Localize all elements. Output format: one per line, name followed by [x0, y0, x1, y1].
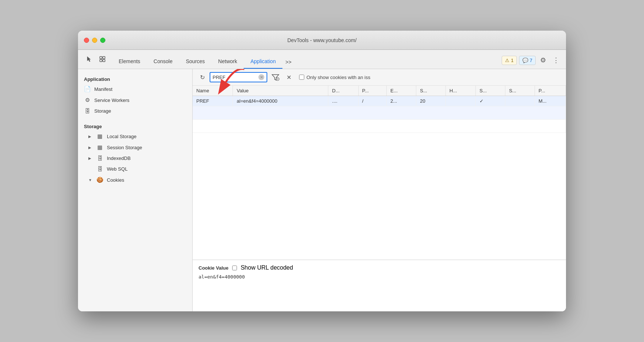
sidebar-item-indexeddb-label: IndexedDB [107, 155, 131, 161]
manifest-icon: 📄 [84, 86, 91, 92]
cell-domain: .... [328, 96, 358, 106]
cell-name: PREF [193, 96, 233, 106]
application-section-title: Application [78, 73, 192, 83]
svg-rect-2 [100, 59, 102, 62]
local-storage-arrow: ▶ [88, 134, 93, 138]
sidebar-item-manifest[interactable]: 📄 Manifest [78, 83, 192, 95]
show-decoded-checkbox[interactable] [232, 266, 237, 270]
tab-application[interactable]: Application [244, 55, 282, 69]
col-samesite[interactable]: S... [505, 86, 535, 96]
tab-actions: ⚠ 1 💬 7 ⚙ ⋮ [502, 55, 562, 69]
more-options-icon[interactable]: ⋮ [550, 55, 562, 66]
sidebar-item-local-storage-label: Local Storage [107, 134, 136, 139]
devtools-window: DevTools - www.youtube.com/ Elements Con… [78, 31, 566, 311]
cookie-table-wrapper: Name Value D... P... E... S... H... S...… [193, 86, 566, 260]
col-path[interactable]: P... [358, 86, 387, 96]
window-title: DevTools - www.youtube.com/ [287, 37, 357, 43]
web-sql-icon: 🗄 [96, 166, 103, 172]
cell-path: / [358, 96, 387, 106]
col-domain[interactable]: D... [328, 86, 358, 96]
sidebar-item-indexeddb[interactable]: ▶ 🗄 IndexedDB [78, 153, 192, 164]
search-input[interactable] [213, 75, 257, 80]
show-decoded-label: Show URL decoded [241, 264, 293, 271]
cookie-table-header: Name Value D... P... E... S... H... S...… [193, 86, 566, 96]
storage-icon: 🗄 [84, 108, 91, 114]
col-priority[interactable]: P... [535, 86, 566, 96]
table-row-empty-1 [193, 106, 566, 120]
filter-clear-button[interactable]: ✕ [284, 72, 294, 82]
tab-sources[interactable]: Sources [179, 55, 211, 69]
cookie-table-body: PREF al=en&f4=4000000 .... / 2... 20 ✓ M… [193, 96, 566, 133]
sidebar-item-local-storage[interactable]: ▶ ▦ Local Storage [78, 131, 192, 142]
sidebar-item-session-storage[interactable]: ▶ ▦ Session Storage [78, 142, 192, 153]
table-row-empty-2 [193, 120, 566, 133]
cell-samesite [505, 96, 535, 106]
sidebar-item-storage[interactable]: 🗄 Storage [78, 106, 192, 116]
col-expires[interactable]: E... [387, 86, 416, 96]
tab-elements[interactable]: Elements [112, 55, 147, 69]
storage-section-title: Storage [78, 121, 192, 131]
cookie-option: Only show cookies with an iss [299, 75, 370, 80]
search-clear-button[interactable]: ✕ [258, 74, 264, 80]
cell-size: 20 [416, 96, 445, 106]
titlebar: DevTools - www.youtube.com/ [78, 31, 566, 50]
sidebar-item-session-storage-label: Session Storage [107, 145, 142, 150]
tab-more[interactable]: >> [282, 56, 294, 69]
cell-priority: M... [535, 96, 566, 106]
sidebar-item-storage-label: Storage [94, 108, 111, 114]
refresh-button[interactable]: ↻ [197, 72, 207, 82]
settings-icon[interactable]: ⚙ [538, 55, 548, 66]
table-row[interactable]: PREF al=en&f4=4000000 .... / 2... 20 ✓ M… [193, 96, 566, 106]
cookie-value-header: Cookie Value Show URL decoded [199, 264, 560, 271]
devtools-icons [82, 54, 112, 69]
close-button[interactable] [84, 38, 89, 43]
sidebar-item-manifest-label: Manifest [94, 86, 112, 92]
sidebar-item-cookies-label: Cookies [107, 177, 124, 183]
cursor-icon[interactable] [84, 54, 94, 64]
cookie-table: Name Value D... P... E... S... H... S...… [193, 86, 566, 133]
svg-rect-1 [103, 57, 105, 59]
cookie-toolbar-container: ↻ ✕ ✕ [193, 69, 566, 86]
tab-network[interactable]: Network [211, 55, 244, 69]
sidebar: Application 📄 Manifest ⚙ Service Workers… [78, 69, 193, 311]
cookie-toolbar: ↻ ✕ ✕ [193, 69, 566, 86]
session-storage-icon: ▦ [96, 144, 103, 151]
sidebar-item-web-sql[interactable]: ▶ 🗄 Web SQL [78, 164, 192, 174]
cell-expires: 2... [387, 96, 416, 106]
sidebar-item-service-workers[interactable]: ⚙ Service Workers [78, 95, 192, 106]
local-storage-icon: ▦ [96, 133, 103, 140]
cookie-value-panel: Cookie Value Show URL decoded al=en&f4=4… [193, 260, 566, 311]
svg-rect-0 [100, 57, 102, 59]
inspect-icon[interactable] [97, 54, 108, 64]
col-size[interactable]: S... [416, 86, 445, 96]
cell-secure: ✓ [476, 96, 505, 106]
sidebar-item-service-workers-label: Service Workers [94, 98, 129, 103]
col-value[interactable]: Value [233, 86, 328, 96]
sidebar-item-web-sql-label: Web SQL [107, 166, 128, 172]
main-panel: ↻ ✕ ✕ [193, 69, 566, 311]
indexeddb-icon: 🗄 [96, 155, 103, 161]
cookies-arrow: ▼ [88, 178, 93, 182]
session-storage-arrow: ▶ [88, 146, 93, 150]
only-show-label: Only show cookies with an iss [306, 75, 370, 80]
cell-value: al=en&f4=4000000 [233, 96, 328, 106]
tab-console[interactable]: Console [147, 55, 179, 69]
window-controls [84, 38, 105, 43]
search-box: ✕ [210, 72, 267, 82]
cookies-icon: 🍪 [96, 177, 103, 183]
filter-button[interactable] [270, 72, 281, 82]
indexeddb-arrow: ▶ [88, 156, 93, 160]
info-badge[interactable]: 💬 7 [519, 56, 536, 65]
only-show-checkbox[interactable] [299, 75, 304, 80]
cookie-value-title: Cookie Value [199, 265, 228, 271]
col-name[interactable]: Name [193, 86, 233, 96]
sidebar-item-cookies[interactable]: ▼ 🍪 Cookies [78, 174, 192, 185]
warning-badge[interactable]: ⚠ 1 [502, 56, 517, 65]
minimize-button[interactable] [92, 38, 97, 43]
col-secure[interactable]: S... [476, 86, 505, 96]
cookie-value-text: al=en&f4=4000000 [199, 274, 560, 280]
maximize-button[interactable] [100, 38, 105, 43]
col-http[interactable]: H... [445, 86, 475, 96]
service-workers-icon: ⚙ [84, 97, 91, 103]
svg-rect-3 [103, 59, 105, 62]
